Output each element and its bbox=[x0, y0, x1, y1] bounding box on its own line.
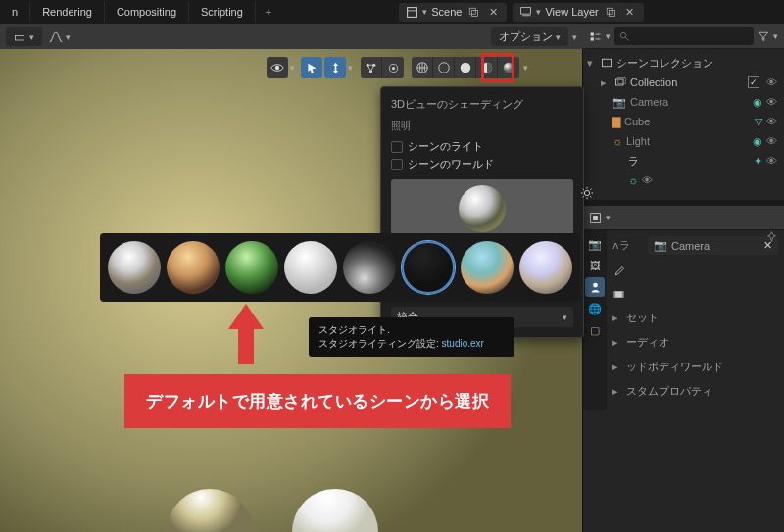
outliner-row-data[interactable]: ラ ✦ 👁 bbox=[583, 151, 784, 170]
hdri-option[interactable] bbox=[343, 241, 396, 294]
annotation-arrow bbox=[228, 304, 264, 364]
eye-icon[interactable]: 👁 bbox=[766, 155, 780, 167]
workspace-tab-compositing[interactable]: Compositing bbox=[105, 2, 189, 22]
close-icon[interactable]: ✕ bbox=[485, 4, 501, 20]
viewport-header: ▾ ▾ オプション ▾ ▾ bbox=[0, 24, 583, 49]
overlay-toggle-group bbox=[361, 57, 404, 78]
tooltip-line: スタジオライト. bbox=[318, 323, 505, 337]
funnel-icon[interactable] bbox=[758, 30, 769, 42]
hdri-option[interactable] bbox=[108, 241, 161, 294]
checkbox-icon[interactable]: ✓ bbox=[748, 76, 760, 88]
select-arrow-icon[interactable] bbox=[301, 57, 322, 78]
close-icon[interactable]: ✕ bbox=[622, 4, 638, 20]
prop-section-row[interactable]: ▸ ッドボディワールド bbox=[612, 355, 778, 379]
workspace-tab[interactable]: n bbox=[0, 2, 30, 22]
data-icon: ☼ bbox=[628, 174, 638, 186]
gear-icon[interactable] bbox=[579, 185, 595, 201]
proptab-output[interactable]: 🖼 bbox=[585, 256, 605, 275]
disclosure-icon[interactable]: ▾ bbox=[587, 57, 597, 70]
proptab-render[interactable]: 📷 bbox=[585, 234, 605, 254]
chevron-down-icon[interactable]: ▾ bbox=[606, 31, 611, 41]
hdri-option[interactable] bbox=[284, 241, 337, 294]
prop-row[interactable] bbox=[612, 283, 778, 306]
hdri-option[interactable] bbox=[461, 241, 514, 294]
disclosure-icon[interactable]: ▸ bbox=[612, 312, 618, 324]
disclosure-icon[interactable]: ▸ bbox=[612, 336, 618, 349]
hdri-option[interactable] bbox=[167, 241, 220, 294]
chevron-down-icon[interactable]: ▾ bbox=[572, 32, 577, 42]
proptab-scene[interactable] bbox=[585, 277, 605, 297]
hdri-option[interactable] bbox=[225, 241, 278, 294]
eye-icon[interactable]: 👁 bbox=[642, 174, 656, 186]
camera-datablock-field[interactable]: 📷 Camera ✕ bbox=[648, 236, 778, 255]
shading-dropdown-icon[interactable]: ▾ bbox=[523, 63, 528, 73]
outliner-row-light[interactable]: ☼ Light ◉ 👁 bbox=[583, 131, 784, 151]
disclosure-icon[interactable]: ▸ bbox=[612, 385, 618, 398]
copy-icon[interactable] bbox=[466, 4, 481, 20]
hdri-preview-button[interactable] bbox=[391, 179, 573, 238]
pin-icon[interactable] bbox=[765, 230, 778, 243]
eye-icon[interactable]: 👁 bbox=[766, 76, 780, 88]
arrows-icon[interactable] bbox=[324, 57, 346, 78]
overlay-toggle-icon[interactable] bbox=[382, 57, 404, 78]
prop-section-row[interactable]: ▸ スタムプロパティ bbox=[612, 379, 778, 404]
sphere-object[interactable] bbox=[167, 489, 253, 532]
scene-lights-checkbox-row[interactable]: シーンのライト bbox=[391, 139, 573, 154]
chevron-down-icon[interactable]: ▾ bbox=[290, 63, 295, 73]
svg-point-7 bbox=[275, 66, 279, 70]
checkbox-icon[interactable] bbox=[391, 159, 403, 170]
data-icon: ✦ bbox=[754, 155, 762, 168]
chevron-down-icon[interactable]: ▾ bbox=[348, 63, 353, 73]
add-workspace-button[interactable]: + bbox=[256, 2, 281, 22]
eye-icon[interactable] bbox=[267, 57, 288, 78]
sphere-object[interactable] bbox=[292, 489, 378, 532]
disclosure-icon[interactable]: ▸ bbox=[601, 76, 611, 89]
row-label: Camera bbox=[630, 96, 749, 108]
hdri-option-selected[interactable] bbox=[402, 241, 455, 294]
outliner-row-camera[interactable]: 📷 Camera ◉ 👁 bbox=[583, 92, 784, 112]
section-label: セット bbox=[626, 311, 659, 325]
prop-section-row[interactable]: ▸ セット bbox=[612, 306, 778, 330]
hdri-option[interactable] bbox=[519, 241, 572, 294]
svg-point-15 bbox=[460, 63, 470, 73]
checkbox-icon[interactable] bbox=[391, 141, 403, 153]
outliner-type-icon[interactable] bbox=[589, 30, 602, 43]
workspace-tab-rendering[interactable]: Rendering bbox=[30, 2, 105, 22]
annotation-highlight-box bbox=[481, 53, 514, 82]
proptab-world[interactable]: 🌐 bbox=[585, 299, 605, 318]
outliner-row-cube[interactable]: ▇ Cube ▽ 👁 bbox=[583, 112, 784, 131]
checkbox-label: シーンのワールド bbox=[408, 157, 494, 171]
chevron-down-icon[interactable]: ▾ bbox=[606, 213, 611, 222]
properties-header: ▾ bbox=[583, 206, 784, 230]
editor-type-dropdown[interactable]: ▾ bbox=[6, 27, 42, 46]
outliner-row-collection[interactable]: ▸ Collection ✓ 👁 bbox=[583, 73, 784, 92]
outliner-row-data[interactable]: ☼ 👁 bbox=[583, 170, 784, 190]
section-label: ッドボディワールド bbox=[626, 360, 723, 374]
gizmo-toggle-icon[interactable] bbox=[361, 57, 382, 78]
eye-icon[interactable]: 👁 bbox=[766, 135, 780, 147]
curve-icon[interactable] bbox=[48, 29, 64, 45]
outliner-row-scene-collection[interactable]: ▾ シーンコレクション bbox=[583, 53, 784, 73]
chevron-down-icon[interactable]: ▾ bbox=[773, 31, 778, 41]
prop-section-row[interactable]: ▸ ーディオ bbox=[612, 330, 778, 355]
disclosure-icon[interactable]: ▸ bbox=[612, 361, 618, 373]
shaded-sphere-icon[interactable] bbox=[455, 57, 476, 78]
eye-icon[interactable]: 👁 bbox=[766, 96, 780, 108]
prop-row[interactable] bbox=[612, 261, 778, 283]
wire-sphere-icon[interactable] bbox=[433, 57, 455, 78]
svg-point-14 bbox=[438, 63, 449, 73]
globe-icon[interactable] bbox=[412, 57, 433, 78]
workspace-tab-scripting[interactable]: Scripting bbox=[189, 2, 256, 22]
scene-selector[interactable]: ▾ Scene ✕ bbox=[399, 3, 507, 22]
copy-icon[interactable] bbox=[603, 4, 618, 20]
proptab-object[interactable]: ▢ bbox=[585, 320, 605, 340]
arrow-head-icon bbox=[228, 304, 264, 329]
dropper-icon bbox=[612, 266, 630, 278]
eye-icon[interactable]: 👁 bbox=[766, 116, 780, 127]
viewlayer-selector[interactable]: ▾ View Layer ✕ bbox=[513, 3, 643, 22]
options-dropdown[interactable]: オプション ▾ bbox=[491, 27, 568, 46]
outliner-search[interactable] bbox=[614, 27, 754, 45]
properties-type-icon[interactable] bbox=[589, 212, 602, 224]
lighting-section-label: 照明 bbox=[391, 120, 573, 133]
scene-world-checkbox-row[interactable]: シーンのワールド bbox=[391, 157, 573, 171]
